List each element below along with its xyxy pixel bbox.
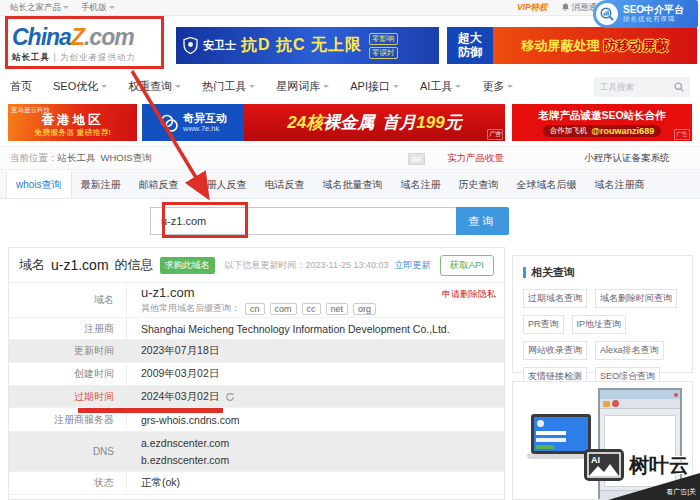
whois-search-section: 查询 — [0, 199, 700, 247]
ad-hongkong-server[interactable]: 亚马逊云科技 香港地区 免费服务器 重磅推荐! — [8, 104, 137, 141]
topbar-products-link[interactable]: 站长之家产品 — [10, 2, 69, 14]
related-queries-card: 相关查询 过期域名查询 域名删除时间查询 PR查询 IP地址查询 网站收录查询 … — [512, 255, 693, 373]
table-row-updated: 更新时间 2023年07月18日 — [9, 340, 504, 363]
ad-headline: 移动屏蔽处理 — [522, 37, 600, 55]
promo-link-red[interactable]: 实力产品收量 — [447, 152, 504, 165]
update-time-note: 以下信息更新时间：2023-11-25 13:40:03 — [225, 259, 389, 272]
suffix-chip-net[interactable]: net — [326, 303, 349, 315]
related-link-ip[interactable]: IP地址查询 — [572, 315, 627, 334]
domain-info-card: 域名 u-z1.com 的信息 求购此域名 以下信息更新时间：2023-11-2… — [8, 247, 505, 500]
watermark-corner-text[interactable]: 看广告|关 — [666, 487, 696, 497]
banner-ad-mobile-shield[interactable]: 超大 防御 移动屏蔽处理 防移动屏蔽 — [447, 27, 697, 64]
nav-item-seo[interactable]: SEO优化 — [53, 79, 107, 94]
ad-headline: 老牌产品诚邀SEO站长合作 — [538, 109, 665, 123]
seo-badge-subtitle: 排名优化有保障 — [623, 15, 684, 24]
logo-text-china: China — [12, 24, 71, 50]
nav-item-keyword-library[interactable]: 星网词库 — [276, 79, 329, 94]
ad-bare-metal[interactable]: 奇异互动 www.7e.hk 24核 裸金属 首月 199 元 广告 — [142, 104, 505, 141]
breadcrumb-link-whois[interactable]: WHOIS查询 — [101, 152, 152, 165]
table-row-created: 创建时间 2009年03月02日 — [9, 363, 504, 386]
ad-url: www.7e.hk — [183, 124, 227, 133]
get-api-button[interactable]: 获取API — [440, 255, 494, 276]
whois-tab-bar: whois查询 最新注册 邮箱反查 注册人反查 电话反查 域名批量查询 域名注册… — [0, 171, 700, 199]
row-value: 2009年03月02日 — [127, 363, 504, 385]
tab-registrant-reverse[interactable]: 注册人反查 — [188, 171, 256, 198]
table-row-whois-server: 注册商服务器 grs-whois.cndns.com — [9, 408, 504, 432]
nav-item-ai-tools[interactable]: AI工具 — [420, 79, 461, 94]
promo-link-miniprogram[interactable]: 小程序认证备案系统 — [584, 152, 670, 165]
site-header: ChinaZ.com 站长工具 | 为创业者提供动力 安卫士 抗D 抗C 无上限… — [0, 16, 700, 70]
vip-privilege-link[interactable]: VIP特权 — [517, 2, 548, 14]
logo-text-z: Z — [71, 24, 84, 50]
suffix-chip-com[interactable]: com — [270, 303, 297, 315]
section-accent-bar — [523, 267, 526, 278]
related-link-alexa[interactable]: Alexa排名查询 — [595, 341, 664, 360]
nav-item-api[interactable]: API接口 — [350, 79, 399, 94]
related-link-deletion-time[interactable]: 域名删除时间查询 — [595, 289, 677, 308]
title-suffix: 的信息 — [115, 256, 154, 274]
row-value: grs-whois.cndns.com — [127, 408, 504, 431]
seo-agency-badge[interactable]: SEO中介平台 排名优化有保障 — [593, 0, 698, 28]
suffix-chip-cn[interactable]: cn — [245, 303, 265, 315]
ad-brand-label: 安卫士 — [203, 38, 236, 53]
suffix-chip-cc[interactable]: cc — [302, 303, 321, 315]
related-queries-title: 相关查询 — [531, 265, 575, 280]
suffix-chip-org[interactable]: org — [353, 303, 376, 315]
logo-slogan-text: 为创业者提供动力 — [60, 52, 136, 62]
chevron-down-icon — [175, 85, 181, 91]
row-label: 创建时间 — [9, 363, 127, 385]
whois-query-button[interactable]: 查询 — [456, 207, 509, 235]
tab-global-suffix[interactable]: 全球域名后缀 — [508, 171, 586, 198]
tool-search-input[interactable] — [600, 82, 674, 92]
related-link-expired-domains[interactable]: 过期域名查询 — [523, 289, 587, 308]
tab-history-query[interactable]: 历史查询 — [450, 171, 508, 198]
nav-item-hot-tools[interactable]: 热门工具 — [202, 79, 255, 94]
bell-icon — [561, 3, 570, 12]
chevron-down-icon — [249, 85, 255, 91]
refresh-icon[interactable] — [225, 392, 235, 402]
svg-text:AI: AI — [591, 455, 600, 465]
tab-registrars[interactable]: 域名注册商 — [586, 171, 654, 198]
ad-seo-cooperation[interactable]: 老牌产品诚邀SEO站长合作 合作加飞机 @rouwanzi689 广告 — [512, 104, 692, 141]
ad-pill-handle: @rouwanzi689 — [591, 126, 654, 136]
ad-subheadline: 防移动屏蔽 — [604, 37, 669, 55]
nav-item-weight-query[interactable]: 权重查询 — [128, 79, 181, 94]
row-label: 更新时间 — [9, 340, 127, 362]
tab-newly-registered[interactable]: 最新注册 — [72, 171, 130, 198]
breadcrumb-link-tools[interactable]: 站长工具 — [58, 152, 96, 165]
related-link-pr[interactable]: PR查询 — [523, 315, 564, 334]
chevron-down-icon — [323, 85, 329, 91]
chinaz-logo[interactable]: ChinaZ.com 站长工具 | 为创业者提供动力 — [12, 24, 136, 64]
tab-domain-register[interactable]: 域名注册 — [392, 171, 450, 198]
ad-marker-label: 广告 — [674, 129, 690, 140]
ad-headline-part: 199 — [416, 113, 444, 133]
privacy-removal-link[interactable]: 申请删除隐私 — [442, 288, 496, 301]
chevron-down-icon — [393, 85, 399, 91]
nav-item-more[interactable]: 更多 — [482, 79, 513, 94]
tab-batch-query[interactable]: 域名批量查询 — [314, 171, 392, 198]
watermark-image-icon: AI — [584, 449, 624, 481]
table-row-expires: 过期时间 2024年03月02日 — [9, 386, 504, 408]
ad-tagline-2: 零误封 — [369, 47, 398, 59]
ad-brand-label: 奇异互动 — [183, 112, 227, 124]
ad-marker-label: 广告 — [577, 2, 590, 11]
table-row-registrar: 注册商 Shanghai Meicheng Technology Informa… — [9, 318, 504, 340]
shield-icon — [183, 37, 198, 54]
nav-item-home[interactable]: 首页 — [10, 79, 32, 94]
row-label: 状态 — [9, 472, 127, 494]
buy-domain-badge[interactable]: 求购此域名 — [160, 257, 215, 274]
logo-divider: | — [53, 52, 56, 62]
topbar-mobile-link[interactable]: 手机版 — [81, 2, 115, 14]
search-icon[interactable] — [674, 82, 684, 92]
ad-logo-icon — [159, 113, 179, 133]
tab-whois-query[interactable]: whois查询 — [6, 171, 72, 198]
secondary-ad-row: 亚马逊云科技 香港地区 免费服务器 重磅推荐! 奇异互动 www.7e.hk 2… — [0, 104, 700, 141]
whois-domain-input[interactable] — [150, 207, 456, 235]
banner-ad-anweishi[interactable]: 安卫士 抗D 抗C 无上限 零影响 零误封 — [176, 27, 439, 64]
tab-email-reverse[interactable]: 邮箱反查 — [130, 171, 188, 198]
tab-phone-reverse[interactable]: 电话反查 — [256, 171, 314, 198]
row-label: DNS — [9, 432, 127, 471]
refresh-now-link[interactable]: 立即更新 — [394, 259, 430, 272]
related-link-indexing[interactable]: 网站收录查询 — [523, 341, 587, 360]
row-label: 注册商 — [9, 318, 127, 339]
